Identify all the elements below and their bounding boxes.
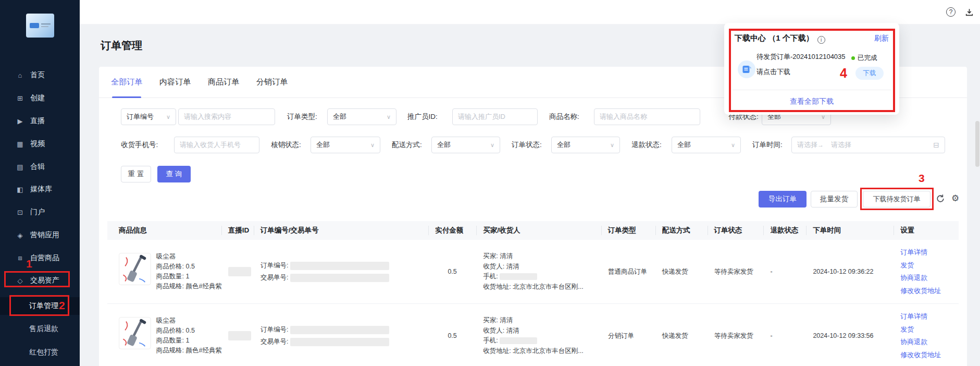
col-product-info: 商品信息 [107, 221, 222, 240]
sidebar-item-portal[interactable]: ⊡ 门户 [0, 204, 80, 220]
search-input[interactable]: 请输入搜索内容 [178, 108, 275, 125]
tab-distribution-orders[interactable]: 分销订单 [256, 67, 288, 97]
sidebar-item-label: 直播 [30, 116, 45, 126]
sidebar-item-red-packet-reward[interactable]: 红包打赏 [0, 345, 80, 360]
marketing-icon: ◈ [16, 231, 24, 239]
order-status-select[interactable]: 全部 ∨ [551, 137, 620, 153]
download-center-title: 下载中心 （1 个下载）i [735, 33, 825, 44]
sidebar-item-self-goods[interactable]: ⧈ 自营商品 [0, 250, 80, 266]
sidebar-item-label: 订单管理 [29, 301, 58, 311]
download-item-status: 已完成 [851, 54, 877, 63]
portal-icon: ⊡ [16, 209, 24, 216]
sidebar-item-trade-assets[interactable]: ◇ 交易资产 [0, 273, 80, 288]
popup-divider [733, 90, 891, 90]
receiver-phone-placeholder: 请输入收货人手机号 [180, 140, 241, 150]
ship-link[interactable]: 发货 [900, 323, 959, 336]
query-button[interactable]: 查 询 [157, 166, 191, 182]
order-type-value: 全部 [333, 112, 346, 121]
search-field-select[interactable]: 订单编号 ∨ [121, 108, 176, 125]
download-item-hint: 请点击下载 [756, 67, 790, 77]
reset-button[interactable]: 重 置 [121, 166, 151, 182]
sidebar-item-live[interactable]: ▶ 直播 [0, 113, 80, 129]
refund-status: - [764, 332, 807, 339]
promoter-id-input[interactable]: 请输入推广员ID [452, 108, 538, 125]
receiver-line: 收货人: 清清 [483, 262, 601, 272]
refund-status-select[interactable]: 全部 ∨ [672, 137, 741, 153]
help-icon[interactable]: ? [946, 7, 956, 17]
ship-link[interactable]: 发货 [900, 259, 959, 272]
live-id-blurred [228, 267, 251, 276]
sidebar-item-after-sales-refund[interactable]: 售后退款 [0, 321, 80, 337]
product-name: 吸尘器 [156, 252, 222, 262]
order-status: 等待卖家发货 [708, 267, 764, 276]
phone-label: 手机: [483, 273, 498, 280]
receiver-phone-input[interactable]: 请输入收货人手机号 [174, 137, 259, 153]
col-order-type: 订单类型 [602, 221, 656, 240]
sidebar-item-label: 门户 [30, 208, 45, 217]
address-line: 收货地址: 北京市北京市丰台区刚... [483, 346, 601, 357]
tab-product-orders[interactable]: 商品订单 [208, 67, 239, 97]
refresh-link[interactable]: 刷新 [874, 34, 889, 43]
topbar: ? 脑与智能科学中心 [80, 0, 980, 25]
file-icon [738, 60, 755, 78]
order-no-blurred [290, 326, 389, 334]
product-name-input[interactable]: 请输入商品名称 [594, 108, 700, 125]
refund-status-value: 全部 [677, 140, 691, 150]
download-center-icon[interactable] [965, 8, 974, 19]
order-no-label: 订单编号: [260, 261, 288, 270]
sidebar-item-video[interactable]: ▦ 视频 [0, 136, 80, 152]
negotiate-refund-link[interactable]: 协商退款 [900, 336, 959, 349]
batch-ship-button[interactable]: 批量发货 [811, 191, 858, 208]
order-time-range-picker[interactable]: 请选择 → 请选择 ⊟ [791, 137, 945, 153]
verify-status-value: 全部 [316, 140, 330, 150]
order-type-select[interactable]: 全部 ∨ [327, 108, 396, 125]
sidebar-item-home[interactable]: ⌂ 首页 [0, 67, 80, 83]
col-refund: 退款状态 [764, 221, 807, 240]
product-image[interactable] [119, 252, 151, 286]
search-placeholder: 请输入搜索内容 [184, 112, 231, 121]
col-time: 下单时间 [807, 221, 894, 240]
order-time-label: 订单时间: [752, 137, 783, 153]
workspace-logo-mark [30, 23, 39, 28]
sidebar-item-marketing-apps[interactable]: ◈ 营销应用 [0, 227, 80, 243]
sidebar-item-collection[interactable]: ▤ 合辑 [0, 159, 80, 175]
sidebar-item-label: 创建 [30, 93, 45, 103]
order-detail-link[interactable]: 订单详情 [900, 310, 959, 323]
tab-content-orders[interactable]: 内容订单 [159, 67, 191, 97]
order-detail-link[interactable]: 订单详情 [900, 246, 959, 259]
chevron-down-icon: ∨ [731, 142, 735, 149]
time-start-placeholder: 请选择 [797, 140, 817, 150]
live-id-blurred [228, 331, 251, 340]
scrollbar-thumb[interactable] [975, 121, 979, 167]
edit-address-link[interactable]: 修改收货地址 [900, 349, 959, 362]
verify-status-select[interactable]: 全部 ∨ [311, 137, 380, 153]
tab-all-orders[interactable]: 全部订单 [111, 67, 142, 97]
download-pending-orders-button[interactable]: 下载待发货订单 [863, 191, 931, 208]
video-icon: ▦ [16, 140, 24, 148]
sidebar-item-create[interactable]: ⊞ 创建 [0, 90, 80, 106]
buyer-line: 买家: 清清 [483, 251, 601, 262]
product-price: 商品价格: 0.5 [156, 262, 222, 272]
negotiate-refund-link[interactable]: 协商退款 [900, 272, 959, 285]
info-icon[interactable]: i [817, 36, 825, 44]
download-button[interactable]: 下载 [855, 67, 884, 80]
refresh-icon[interactable] [936, 194, 945, 205]
sidebar-item-media-library[interactable]: ◧ 媒体库 [0, 181, 80, 197]
col-delivery: 配送方式 [656, 221, 708, 240]
sidebar-item-order-management[interactable]: 订单管理 [0, 297, 80, 315]
export-orders-button[interactable]: 导出订单 [759, 191, 807, 208]
product-name-placeholder: 请输入商品名称 [600, 112, 647, 121]
product-image[interactable] [119, 316, 151, 350]
delivery-method-select[interactable]: 全部 ∨ [431, 137, 500, 153]
gear-icon[interactable]: ⚙ [951, 193, 959, 204]
address-line: 收货地址: 北京市北京市丰台区刚... [483, 282, 601, 292]
view-all-downloads-link[interactable]: 查看全部下载 [724, 97, 899, 106]
download-center-title-text: 下载中心 （1 个下载） [735, 33, 814, 42]
collection-icon: ▤ [16, 163, 24, 171]
sidebar-item-label: 视频 [30, 139, 45, 149]
paid-amount: 0.5 [429, 332, 477, 339]
order-status-value: 全部 [557, 140, 570, 150]
product-price: 商品价格: 0.5 [156, 326, 222, 336]
edit-address-link[interactable]: 修改收货地址 [900, 285, 959, 298]
workspace-logo[interactable] [26, 14, 54, 38]
